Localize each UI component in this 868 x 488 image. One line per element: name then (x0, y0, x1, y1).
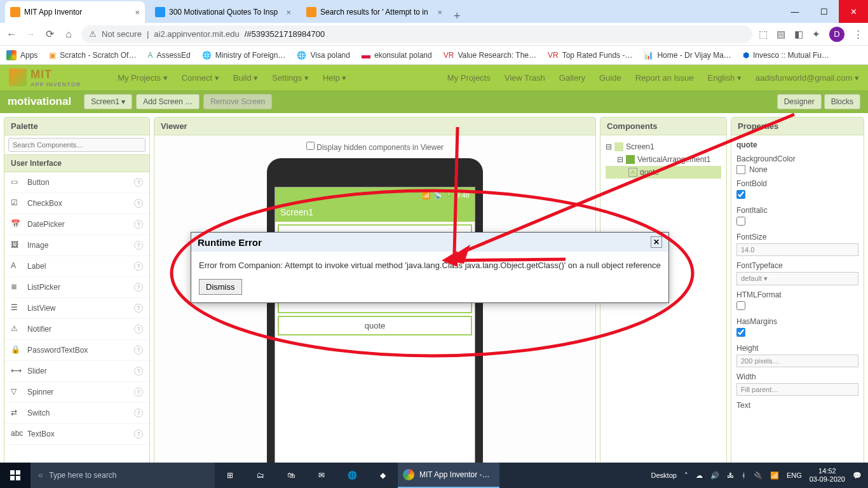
maximize-button[interactable]: ☐ (810, 0, 839, 23)
home-icon[interactable]: ⌂ (62, 29, 75, 40)
clock[interactable]: 14:5203-09-2020 (810, 467, 845, 484)
help-icon[interactable]: ? (134, 241, 143, 250)
close-window-button[interactable]: ✕ (839, 0, 868, 23)
extensions-menu-icon[interactable]: ✦ (812, 29, 820, 40)
taskbar-search[interactable]: ○Type here to search (31, 463, 215, 488)
explorer-icon[interactable]: 🗂 (245, 463, 276, 488)
hasmargins-checkbox[interactable] (736, 328, 745, 337)
tree-item-quote[interactable]: A quote (606, 166, 721, 179)
account-email[interactable]: aadisfunworld@gmail.com ▾ (756, 73, 859, 83)
bluetooth-icon[interactable]: ᚼ (742, 471, 746, 479)
store-icon[interactable]: 🛍 (276, 463, 306, 488)
bookmark-item[interactable]: 🌐Visa poland (297, 51, 350, 60)
back-icon[interactable]: ← (5, 29, 18, 40)
notifications-icon[interactable]: 💬 (853, 471, 862, 480)
add-screen-button[interactable]: Add Screen … (136, 94, 200, 109)
height-input[interactable] (736, 355, 858, 367)
reload-icon[interactable]: ⟳ (43, 28, 56, 40)
browser-tab[interactable]: 300 Motivational Quotes To Insp × (150, 1, 296, 23)
menu-settings[interactable]: Settings ▾ (272, 73, 309, 83)
wifi-icon[interactable]: 📶 (770, 471, 779, 480)
palette-item-checkbox[interactable]: ☑CheckBox? (4, 193, 149, 214)
bookmark-item[interactable]: ▣Scratch - Scratch Of… (49, 51, 136, 60)
fontitalic-checkbox[interactable] (736, 217, 745, 226)
palette-item-listview[interactable]: ☰ListView? (4, 298, 149, 319)
link-report-issue[interactable]: Report an Issue (635, 73, 694, 83)
bookmark-item[interactable]: 🌐Ministry of Foreign… (202, 51, 286, 60)
battery-icon[interactable]: 🔌 (754, 471, 763, 480)
browser-tab-active[interactable]: MIT App Inventor × (5, 1, 145, 23)
remove-screen-button[interactable]: Remove Screen (203, 94, 272, 109)
link-guide[interactable]: Guide (599, 73, 621, 83)
tree-item-arrangement[interactable]: ⊟ VerticalArrangement1 (606, 153, 721, 166)
bookmark-item[interactable]: VRTop Rated Funds -… (548, 51, 632, 60)
volume-icon[interactable]: 🔊 (710, 471, 719, 480)
screen-selector[interactable]: Screen1 ▾ (84, 94, 132, 109)
task-view-icon[interactable]: ⊞ (215, 463, 245, 488)
palette-item-spinner[interactable]: ▽Spinner? (4, 382, 149, 403)
palette-item-slider[interactable]: ⟷Slider? (4, 361, 149, 382)
help-icon[interactable]: ? (134, 178, 143, 187)
palette-item-notifier[interactable]: ⚠Notifier? (4, 319, 149, 340)
menu-help[interactable]: Help ▾ (323, 73, 346, 83)
profile-avatar[interactable]: D (829, 27, 844, 42)
close-icon[interactable]: × (135, 8, 140, 17)
dismiss-button[interactable]: Dismiss (199, 279, 242, 295)
dialog-close-button[interactable]: ✕ (651, 236, 662, 248)
tree-item-screen1[interactable]: ⊟ Screen1 (606, 140, 721, 153)
link-view-trash[interactable]: View Trash (505, 73, 545, 83)
bookmark-item[interactable]: 📊Home - Dr Vijay Ma… (644, 51, 731, 60)
menu-my-projects[interactable]: My Projects ▾ (118, 73, 168, 83)
tray-chevron-icon[interactable]: ˄ (684, 471, 688, 480)
new-tab-button[interactable]: + (447, 10, 467, 23)
menu-build[interactable]: Build ▾ (233, 73, 259, 83)
palette-item-switch[interactable]: ⇄Switch? (4, 403, 149, 424)
width-input[interactable] (736, 383, 858, 396)
help-icon[interactable]: ? (134, 430, 143, 438)
palette-item-listpicker[interactable]: ≣ListPicker? (4, 277, 149, 298)
palette-item-passwordtextbox[interactable]: 🔒PasswordTextBox? (4, 340, 149, 361)
close-icon[interactable]: × (286, 8, 291, 17)
quote-label-preview[interactable]: quote (278, 316, 472, 336)
forward-icon[interactable]: → (24, 29, 37, 40)
extension-icon[interactable]: ▤ (776, 29, 785, 40)
palette-item-button[interactable]: ▭Button? (4, 172, 149, 193)
extension-icon[interactable]: ◧ (794, 29, 803, 40)
link-my-projects[interactable]: My Projects (447, 73, 491, 83)
fontbold-checkbox[interactable] (736, 190, 745, 199)
close-icon[interactable]: × (437, 8, 442, 17)
link-gallery[interactable]: Gallery (559, 73, 585, 83)
menu-connect[interactable]: Connect ▾ (182, 73, 219, 83)
start-button[interactable] (0, 463, 31, 488)
bookmark-item[interactable]: AAssessEd (147, 51, 190, 60)
help-icon[interactable]: ? (134, 199, 143, 208)
htmlformat-checkbox[interactable] (736, 301, 745, 310)
onedrive-icon[interactable]: ☁ (696, 471, 703, 480)
hidden-components-toggle[interactable]: Display hidden components in Viewer (306, 142, 444, 152)
search-input[interactable] (8, 138, 146, 152)
designer-button[interactable]: Designer (777, 94, 822, 109)
color-swatch[interactable] (736, 165, 745, 174)
expand-icon[interactable]: ⊟ (617, 155, 623, 164)
palette-item-datepicker[interactable]: 📅DatePicker? (4, 214, 149, 235)
bookmark-item[interactable]: ⬢Invesco :: Mutual Fu… (743, 51, 829, 60)
fonttypeface-select[interactable]: default ▾ (736, 272, 858, 285)
app-icon[interactable]: ◆ (367, 463, 398, 488)
help-icon[interactable]: ? (134, 304, 143, 313)
taskbar-app-chrome[interactable]: MIT App Inventor -… (398, 463, 499, 488)
browser-tab[interactable]: Search results for ' Attempt to in × (301, 1, 447, 23)
help-icon[interactable]: ? (134, 220, 143, 229)
extension-icon[interactable]: ⬚ (759, 29, 768, 40)
hidden-components-checkbox[interactable] (306, 142, 315, 150)
brand-logo[interactable]: MITAPP INVENTOR (9, 68, 81, 88)
network-icon[interactable]: 🖧 (727, 471, 734, 479)
help-icon[interactable]: ? (134, 346, 143, 355)
fontsize-input[interactable] (736, 243, 858, 256)
blocks-button[interactable]: Blocks (824, 94, 860, 109)
url-field[interactable]: ⚠ Not secure | ai2.appinventor.mit.edu/#… (81, 25, 752, 43)
lang-indicator[interactable]: ENG (787, 471, 802, 479)
apps-button[interactable]: Apps (6, 50, 37, 60)
help-icon[interactable]: ? (134, 262, 143, 271)
mail-icon[interactable]: ✉ (306, 463, 337, 488)
minimize-button[interactable]: ― (780, 0, 810, 23)
